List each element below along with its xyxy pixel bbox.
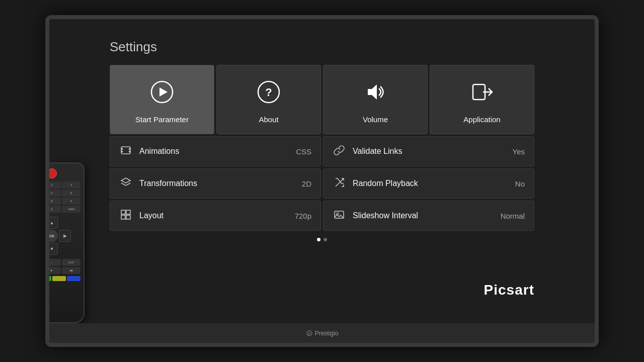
volume-icon: [364, 80, 387, 108]
setting-random-playback[interactable]: Random Playback No: [323, 168, 534, 199]
power-button[interactable]: [49, 168, 57, 178]
svg-rect-15: [126, 210, 130, 214]
svg-rect-9: [121, 151, 123, 152]
rb-8[interactable]: 8: [49, 198, 61, 205]
rb-play[interactable]: ⏵: [49, 267, 61, 274]
setting-animations[interactable]: Animations CSS: [110, 136, 321, 166]
tv-screen: 1 2 3 4 5 6 7 8 9 LIST 0 VIEW ▲ ◀ OK ▶: [49, 19, 595, 323]
card-start-parameter[interactable]: Start Parameter: [110, 65, 214, 134]
rb-view[interactable]: VIEW: [62, 206, 80, 213]
svg-text:?: ?: [265, 86, 272, 99]
tv-bottom-bar: P Prestigio: [49, 323, 595, 343]
svg-marker-4: [368, 84, 377, 100]
card-about-label: About: [259, 115, 278, 124]
shuffle-icon: [333, 177, 346, 191]
remote-control: 1 2 3 4 5 6 7 8 9 LIST 0 VIEW ▲ ◀ OK ▶: [49, 162, 85, 323]
svg-marker-1: [159, 87, 168, 97]
setting-slideshow-interval-label: Slideshow Interval: [353, 211, 418, 220]
setting-validate-links[interactable]: Validate Links Yes: [323, 136, 534, 166]
rb-6[interactable]: 6: [62, 190, 80, 197]
remote-number-buttons: 1 2 3 4 5 6 7 8 9 LIST 0 VIEW: [49, 182, 80, 213]
exit-icon: [470, 80, 494, 108]
setting-slideshow-interval-value: Normal: [501, 212, 525, 220]
svg-text:P: P: [308, 332, 310, 336]
setting-transformations-left: Transformations: [119, 177, 197, 191]
svg-rect-14: [121, 210, 125, 214]
svg-rect-16: [121, 215, 125, 219]
svg-rect-11: [129, 151, 130, 152]
setting-layout[interactable]: Layout 720p: [110, 201, 321, 231]
rb-exit[interactable]: EXIT: [62, 259, 80, 266]
link-icon: [333, 145, 346, 158]
dpad-ok[interactable]: OK: [49, 230, 58, 242]
picsart-logo: Picsart: [484, 282, 534, 298]
svg-marker-12: [121, 178, 130, 183]
remote-blue-button[interactable]: [67, 276, 80, 281]
setting-transformations[interactable]: Transformations 2D: [110, 168, 321, 199]
setting-animations-value: CSS: [296, 147, 311, 156]
setting-transformations-value: 2D: [302, 179, 311, 188]
setting-layout-left: Layout: [119, 209, 164, 223]
tv-frame: 1 2 3 4 5 6 7 8 9 LIST 0 VIEW ▲ ◀ OK ▶: [45, 15, 599, 347]
card-about[interactable]: ? About: [216, 65, 321, 134]
card-application-label: Application: [463, 115, 500, 124]
card-application[interactable]: Application: [430, 65, 534, 134]
svg-rect-17: [126, 215, 130, 219]
rb-9[interactable]: 9: [62, 198, 80, 205]
top-cards-grid: Start Parameter ? About: [110, 65, 534, 134]
remote-dpad: ▲ ◀ OK ▶ ▼: [49, 217, 71, 255]
setting-slideshow-interval[interactable]: Slideshow Interval Normal: [323, 201, 534, 231]
dot-1[interactable]: [317, 238, 320, 241]
setting-animations-label: Animations: [139, 147, 179, 156]
tv-brand-name: Prestigio: [315, 330, 339, 337]
setting-slideshow-interval-left: Slideshow Interval: [333, 209, 418, 223]
grid-icon: [119, 209, 132, 223]
page-title: Settings: [110, 39, 534, 55]
rb-next[interactable]: ⏭: [62, 267, 80, 274]
svg-rect-7: [121, 147, 130, 154]
svg-rect-8: [121, 148, 123, 150]
film-icon: [119, 145, 132, 158]
question-icon: ?: [257, 80, 280, 108]
rb-2[interactable]: 2: [49, 182, 61, 189]
setting-validate-links-value: Yes: [513, 147, 525, 156]
dot-2[interactable]: [324, 238, 327, 241]
svg-line-13: [336, 178, 344, 187]
remote-green-button[interactable]: [49, 276, 51, 281]
setting-animations-left: Animations: [119, 145, 179, 158]
remote-media-buttons: BACK ⌂ EXIT ⏮ ⏵ ⏭: [49, 259, 80, 274]
setting-random-playback-left: Random Playback: [333, 177, 418, 191]
card-start-parameter-label: Start Parameter: [135, 115, 189, 124]
svg-rect-10: [129, 148, 130, 150]
dpad-right[interactable]: ▶: [59, 230, 71, 242]
dpad-down[interactable]: ▼: [49, 243, 58, 255]
setting-random-playback-value: No: [515, 179, 525, 188]
rb-0[interactable]: 0: [49, 206, 61, 213]
rb-3[interactable]: 3: [62, 182, 80, 189]
settings-rows-grid: Animations CSS Validate Links Yes: [110, 136, 534, 231]
play-icon: [150, 80, 174, 108]
setting-random-playback-label: Random Playback: [353, 179, 418, 188]
tv-brand-logo: P Prestigio: [306, 330, 339, 337]
card-volume-label: Volume: [363, 115, 388, 124]
setting-validate-links-label: Validate Links: [353, 147, 402, 156]
setting-layout-value: 720p: [295, 212, 311, 220]
setting-validate-links-left: Validate Links: [333, 145, 402, 158]
setting-transformations-label: Transformations: [139, 179, 197, 188]
dpad-empty2: [59, 217, 71, 229]
setting-layout-label: Layout: [139, 211, 164, 220]
layers-icon: [119, 177, 132, 191]
rb-home[interactable]: ⌂: [49, 259, 61, 266]
page-dots: [110, 238, 534, 241]
image-icon: [333, 209, 346, 223]
dpad-up[interactable]: ▲: [49, 217, 58, 229]
remote-yellow-button[interactable]: [52, 276, 66, 281]
remote-color-buttons: [49, 276, 80, 281]
rb-5[interactable]: 5: [49, 190, 61, 197]
card-volume[interactable]: Volume: [323, 65, 428, 134]
dpad-empty4: [59, 243, 71, 255]
